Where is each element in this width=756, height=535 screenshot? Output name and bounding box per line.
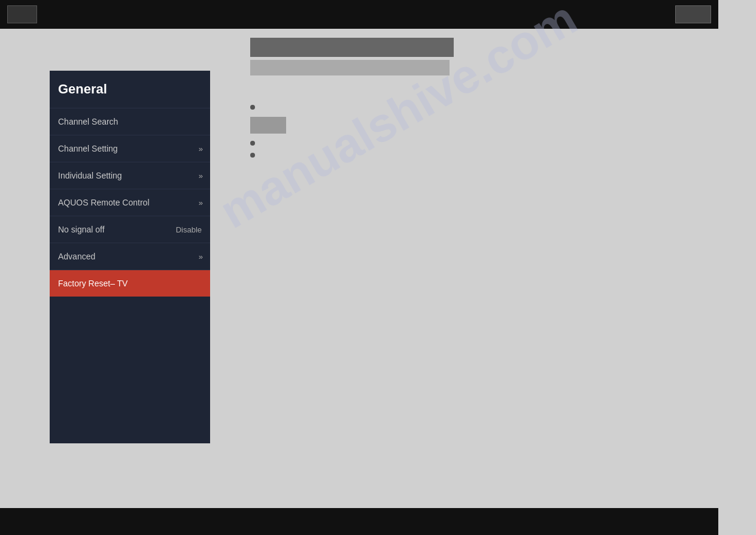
top-bar-logo: [7, 5, 37, 23]
menu-item-label: AQUOS Remote Control: [58, 198, 150, 207]
sidebar-item-channel-search[interactable]: Channel Search: [50, 108, 210, 135]
no-signal-value: Disable: [176, 225, 202, 234]
bullet-dot-2: [250, 141, 255, 146]
bullets-area: [250, 98, 286, 165]
menu-item-label: Channel Search: [58, 117, 118, 126]
gray-button[interactable]: [250, 117, 286, 134]
menu-item-label: Factory Reset– TV: [58, 279, 127, 288]
sidebar-item-aquos-remote[interactable]: AQUOS Remote Control »: [50, 189, 210, 216]
sidebar-item-advanced[interactable]: Advanced »: [50, 243, 210, 270]
chevron-right-icon: »: [199, 171, 202, 180]
bullet-dot-3: [250, 153, 255, 158]
sidebar-item-factory-reset[interactable]: Factory Reset– TV: [50, 270, 210, 297]
menu-item-label: Individual Setting: [58, 171, 122, 180]
sidebar-title: General: [50, 71, 210, 108]
bullet-dot-1: [250, 105, 255, 110]
sidebar-item-no-signal[interactable]: No signal off Disable: [50, 216, 210, 243]
chevron-right-icon: »: [199, 144, 202, 153]
menu-item-label: No signal off: [58, 225, 105, 234]
top-bar-button[interactable]: [675, 5, 711, 23]
bottom-bar: [0, 508, 718, 535]
content-area: General Channel Search Channel Setting »…: [0, 29, 718, 508]
menu-item-label: Advanced: [58, 252, 95, 261]
top-bar: [0, 0, 718, 29]
sidebar-empty: [50, 297, 210, 443]
sidebar-menu: General Channel Search Channel Setting »…: [50, 71, 210, 443]
header-bar-dark: [250, 38, 454, 57]
header-bar-light: [250, 60, 450, 75]
sidebar-item-individual-setting[interactable]: Individual Setting »: [50, 162, 210, 189]
menu-item-label: Channel Setting: [58, 144, 118, 153]
chevron-right-icon: »: [199, 198, 202, 207]
chevron-right-icon: »: [199, 252, 202, 261]
sidebar-item-channel-setting[interactable]: Channel Setting »: [50, 135, 210, 162]
